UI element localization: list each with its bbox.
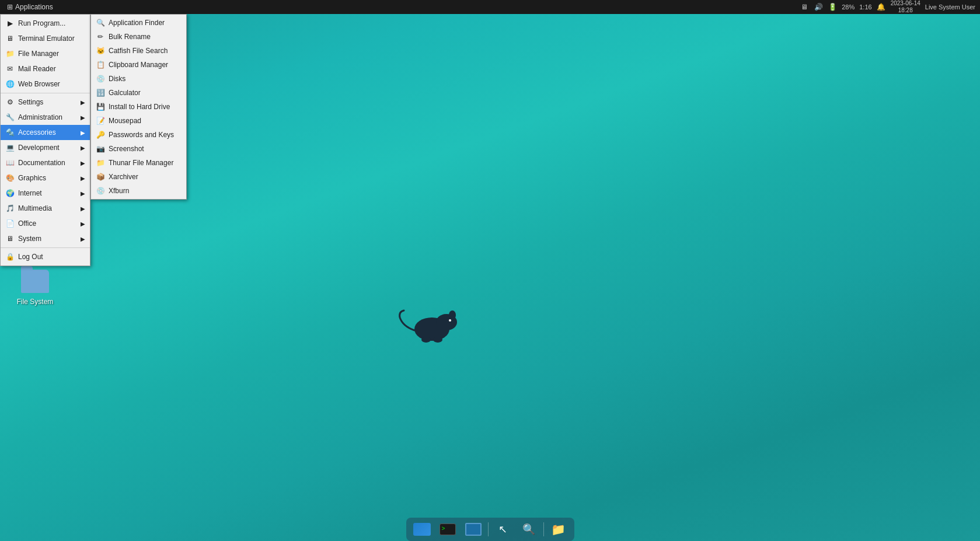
- multimedia-icon: 🎵: [5, 204, 15, 213]
- menu-item-run[interactable]: ▶ Run Program...: [1, 16, 90, 31]
- administration-arrow: ▶: [81, 114, 85, 121]
- svg-point-5: [433, 337, 442, 343]
- graphics-arrow: ▶: [81, 175, 85, 182]
- main-menu: ▶ Run Program... 🖥 Terminal Emulator 📁 F…: [0, 14, 90, 266]
- accessories-icon: 🔩: [5, 128, 15, 137]
- folder-dock-icon: 📁: [551, 522, 566, 536]
- submenu-passwords[interactable]: 🔑 Passwords and Keys: [91, 128, 186, 142]
- apps-label: Applications: [15, 3, 53, 11]
- applications-menu-button[interactable]: ⊞ Applications: [2, 2, 58, 12]
- install-label: Install to Hard Drive: [109, 103, 182, 111]
- menu-item-documentation[interactable]: 📖 Documentation ▶: [1, 155, 90, 170]
- screenshot-label: Screenshot: [109, 145, 182, 153]
- menu-item-system[interactable]: 🖥 System ▶: [1, 231, 90, 246]
- web-icon: 🌐: [5, 79, 15, 89]
- submenu-xarchiver[interactable]: 📦 Xarchiver: [91, 170, 186, 184]
- filemanager-label: File Manager: [18, 50, 85, 58]
- notification-icon[interactable]: 🔔: [877, 2, 886, 12]
- submenu-catfish[interactable]: 🐱 Catfish File Search: [91, 44, 186, 58]
- svg-point-2: [449, 310, 456, 320]
- dock-item-terminal[interactable]: [435, 519, 460, 539]
- development-arrow: ▶: [81, 145, 85, 151]
- bulkrename-label: Bulk Rename: [109, 33, 182, 41]
- terminal-dock-icon: [440, 523, 456, 535]
- submenu-screenshot[interactable]: 📷 Screenshot: [91, 142, 186, 156]
- settings-arrow: ▶: [81, 99, 85, 106]
- submenu-appfinder[interactable]: 🔍 Application Finder: [91, 16, 186, 30]
- mousepad-icon: 📝: [96, 116, 105, 125]
- submenu-xfburn[interactable]: 💿 Xfburn: [91, 184, 186, 198]
- xfburn-icon: 💿: [96, 186, 105, 196]
- taskbar-top: ⊞ Applications 🖥 🔊 🔋 28% 1:16 🔔 2023-06-…: [0, 0, 980, 14]
- galculator-label: Galculator: [109, 89, 182, 97]
- internet-label: Internet: [18, 189, 77, 197]
- dock-separator: [488, 522, 489, 536]
- time-display: 1:16: [859, 4, 871, 11]
- menu-item-multimedia[interactable]: 🎵 Multimedia ▶: [1, 201, 90, 216]
- galculator-icon: 🔢: [96, 88, 105, 97]
- submenu-bulkrename[interactable]: ✏ Bulk Rename: [91, 30, 186, 44]
- screenshot-icon: 📷: [96, 144, 105, 153]
- network-icon[interactable]: 🖥: [800, 2, 809, 12]
- clipboard-label: Clipboard Manager: [109, 61, 182, 69]
- terminal-icon: 🖥: [5, 34, 15, 43]
- filesystem-label: File System: [17, 298, 54, 306]
- accessories-submenu: 🔍 Application Finder ✏ Bulk Rename 🐱 Cat…: [90, 14, 187, 200]
- disks-icon: 💿: [96, 74, 105, 83]
- menu-item-accessories[interactable]: 🔩 Accessories ▶: [1, 125, 90, 140]
- thunar-icon: 📁: [96, 158, 105, 167]
- battery-icon[interactable]: 🔋: [828, 2, 837, 12]
- menu-item-development[interactable]: 💻 Development ▶: [1, 140, 90, 155]
- menu-item-office[interactable]: 📄 Office ▶: [1, 216, 90, 231]
- catfish-label: Catfish File Search: [109, 47, 182, 55]
- menu-item-filemanager[interactable]: 📁 File Manager: [1, 46, 90, 61]
- submenu-install[interactable]: 💾 Install to Hard Drive: [91, 100, 186, 114]
- dock-item-search[interactable]: 🔍: [517, 519, 541, 539]
- taskbar-top-right: 🖥 🔊 🔋 28% 1:16 🔔 2023-06-1418:28 Live Sy…: [800, 0, 980, 14]
- submenu-mousepad[interactable]: 📝 Mousepad: [91, 114, 186, 128]
- run-label: Run Program...: [18, 19, 85, 27]
- passwords-icon: 🔑: [96, 130, 105, 139]
- dock-item-cursor[interactable]: ↖: [491, 519, 515, 539]
- submenu-galculator[interactable]: 🔢 Galculator: [91, 86, 186, 100]
- mouse-svg: [397, 300, 467, 347]
- battery-percent: 28%: [842, 4, 855, 11]
- menu-item-graphics[interactable]: 🎨 Graphics ▶: [1, 170, 90, 186]
- internet-icon: 🌍: [5, 189, 15, 198]
- terminal-label: Terminal Emulator: [18, 34, 85, 43]
- apps-icon: ⊞: [7, 3, 13, 11]
- dock-separator-2: [543, 522, 544, 536]
- desktop-icon-filesystem[interactable]: File System: [12, 265, 58, 308]
- internet-arrow: ▶: [81, 190, 85, 197]
- system-label: System: [18, 235, 77, 243]
- webbrowser-label: Web Browser: [18, 80, 85, 88]
- submenu-thunar[interactable]: 📁 Thunar File Manager: [91, 156, 186, 170]
- office-arrow: ▶: [81, 221, 85, 227]
- menu-item-settings[interactable]: ⚙ Settings ▶: [1, 95, 90, 110]
- xarchiver-label: Xarchiver: [109, 173, 182, 181]
- svg-point-4: [421, 337, 431, 343]
- bulkrename-icon: ✏: [96, 32, 105, 41]
- submenu-clipboard[interactable]: 📋 Clipboard Manager: [91, 58, 186, 72]
- appfinder-label: Application Finder: [109, 19, 182, 27]
- menu-item-webbrowser[interactable]: 🌐 Web Browser: [1, 76, 90, 92]
- menu-item-internet[interactable]: 🌍 Internet ▶: [1, 186, 90, 201]
- menu-item-administration[interactable]: 🔧 Administration ▶: [1, 110, 90, 125]
- files-icon: [413, 523, 431, 536]
- dock-item-desktop[interactable]: [461, 519, 486, 539]
- submenu-disks[interactable]: 💿 Disks: [91, 72, 186, 86]
- volume-icon[interactable]: 🔊: [814, 2, 823, 12]
- dock-item-files[interactable]: [410, 519, 434, 539]
- run-icon: ▶: [5, 19, 15, 28]
- menu-separator-1: [1, 93, 90, 93]
- disks-label: Disks: [109, 75, 182, 83]
- menu-item-logout[interactable]: 🔒 Log Out: [1, 249, 90, 264]
- mailreader-label: Mail Reader: [18, 65, 85, 73]
- development-label: Development: [18, 144, 77, 152]
- xarchiver-icon: 📦: [96, 172, 105, 182]
- documentation-label: Documentation: [18, 159, 77, 167]
- menu-item-mailreader[interactable]: ✉ Mail Reader: [1, 61, 90, 76]
- desktop-icon: [465, 523, 482, 536]
- dock-item-folder[interactable]: 📁: [546, 519, 571, 539]
- menu-item-terminal[interactable]: 🖥 Terminal Emulator: [1, 31, 90, 46]
